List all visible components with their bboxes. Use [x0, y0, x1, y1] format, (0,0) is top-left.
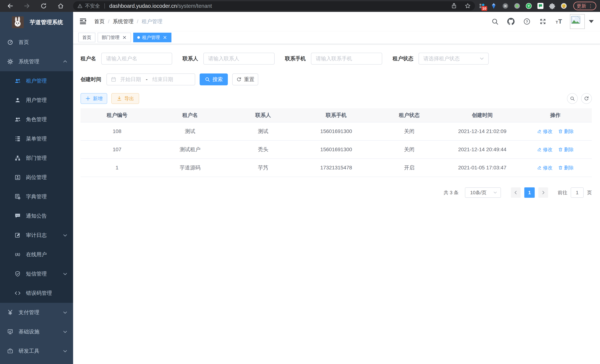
delete-link[interactable]: 删除 — [558, 128, 574, 135]
sidebar-item-通知公告[interactable]: 通知公告 — [0, 206, 73, 226]
filter-row-2: 创建时间 开始日期 - 结束日期 搜索 重置 — [81, 74, 592, 85]
date-start-placeholder[interactable]: 开始日期 — [120, 76, 141, 83]
avatar-extension-icon[interactable] — [561, 3, 567, 9]
cell-mobile: 15601691300 — [300, 128, 373, 134]
calendar-icon — [111, 76, 116, 82]
sidebar-item-岗位管理[interactable]: 岗位管理 — [0, 168, 73, 187]
sidebar-item-错误码管理[interactable]: 错误码管理 — [0, 283, 73, 303]
user-avatar[interactable] — [570, 14, 585, 29]
goto-page-input[interactable] — [571, 187, 584, 198]
租户名-input[interactable] — [102, 53, 172, 64]
sidebar-item-基础设施[interactable]: 基础设施 — [0, 322, 73, 341]
browser-forward-icon[interactable] — [23, 2, 30, 9]
search-button[interactable]: 搜索 — [200, 74, 228, 85]
sidebar-item-系统管理[interactable]: 系统管理 — [0, 52, 73, 71]
app-logo[interactable]: 芋道管理系统 — [0, 12, 73, 33]
current-page-button[interactable]: 1 — [524, 187, 535, 198]
edit-link[interactable]: 修改 — [537, 146, 553, 153]
tab-首页[interactable]: 首页 — [78, 33, 95, 42]
prev-page-button[interactable] — [511, 187, 521, 198]
sidebar-item-短信管理[interactable]: 短信管理 — [0, 264, 73, 283]
sidebar-fold-icon[interactable] — [79, 17, 87, 26]
security-warning-icon[interactable] — [77, 3, 83, 9]
edit-link[interactable]: 修改 — [537, 128, 553, 135]
sidebar-item-在线用户[interactable]: 在线用户 — [0, 245, 73, 264]
cell-created: 2021-12-14 20:49:44 — [446, 147, 519, 152]
font-size-icon[interactable]: TT — [555, 18, 562, 25]
sidebar-item-菜单管理[interactable]: 菜单管理 — [0, 129, 73, 149]
sidebar-item-首页[interactable]: 首页 — [0, 33, 73, 52]
sidebar-item-label: 岗位管理 — [26, 174, 47, 181]
yuque-extension-icon[interactable]: Y — [525, 3, 532, 9]
help-icon[interactable]: ? — [523, 18, 531, 25]
tab-部门管理[interactable]: 部门管理 — [98, 33, 131, 42]
active-tab-dot — [137, 36, 140, 39]
breadcrumb-item-首页[interactable]: 首页 — [94, 18, 105, 25]
sidebar-item-租户管理[interactable]: 租户管理 — [0, 71, 73, 91]
toggle-search-button[interactable] — [567, 93, 578, 104]
cell-mobile: 17321315478 — [300, 165, 373, 171]
column-header-联系手机: 联系手机 — [300, 112, 373, 119]
sidebar-item-字典管理[interactable]: 字典管理 — [0, 187, 73, 206]
user-icon — [14, 97, 21, 103]
tab-close-icon[interactable] — [122, 35, 127, 40]
sidebar-item-部门管理[interactable]: 部门管理 — [0, 149, 73, 168]
browser-update-button[interactable]: 更新 ⋮ — [573, 2, 596, 10]
sidebar-item-研发工具[interactable]: 研发工具 — [0, 341, 73, 361]
sidebar-item-用户管理[interactable]: 用户管理 — [0, 91, 73, 110]
column-header-创建时间: 创建时间 — [446, 112, 519, 119]
log-icon — [14, 232, 21, 238]
download-icon — [116, 96, 122, 101]
page-size-select[interactable]: 10条/页 — [465, 187, 501, 198]
gear-icon — [7, 58, 13, 65]
edit-link[interactable]: 修改 — [537, 165, 553, 171]
sidebar-item-支付管理[interactable]: 支付管理 — [0, 303, 73, 322]
refresh-table-button[interactable] — [581, 93, 592, 104]
delete-link[interactable]: 删除 — [558, 146, 574, 153]
table-row: 107测试租户秃头15601691300关闭2021-12-14 20:49:4… — [81, 141, 592, 159]
sidebar-item-角色管理[interactable]: 角色管理 — [0, 110, 73, 129]
export-button[interactable]: 导出 — [111, 93, 139, 104]
magnifier-icon — [570, 96, 575, 101]
date-filter-label: 创建时间 — [81, 76, 101, 83]
bookmark-star-icon[interactable] — [465, 3, 471, 9]
tab-租户管理[interactable]: 租户管理 — [133, 33, 171, 42]
next-page-button[interactable] — [538, 187, 548, 198]
avatar-dropdown-caret-icon[interactable] — [589, 20, 594, 23]
filter-select-租户状态[interactable]: 请选择租户状态 — [419, 53, 489, 65]
omnibox-divider — [104, 3, 105, 9]
browser-menu-dots-icon[interactable]: ⋮ — [588, 3, 593, 9]
chevron-down-icon — [63, 349, 67, 354]
pay-icon — [7, 309, 13, 316]
browser-home-icon[interactable] — [57, 2, 64, 9]
sidebar-item-label: 首页 — [19, 39, 29, 46]
breadcrumb-item-系统管理[interactable]: 系统管理 — [113, 18, 134, 25]
record-extension-icon[interactable] — [514, 3, 520, 9]
browser-reload-icon[interactable] — [40, 2, 47, 9]
date-end-placeholder[interactable]: 结束日期 — [152, 76, 173, 83]
share-icon[interactable] — [451, 3, 457, 9]
kite-extension-icon[interactable] — [490, 3, 497, 9]
navbar: 首页/系统管理/租户管理 ?TT — [73, 12, 600, 31]
add-button[interactable]: 新增 — [81, 93, 107, 104]
sidebar-item-审计日志[interactable]: 审计日志 — [0, 226, 73, 245]
github-icon[interactable] — [507, 18, 515, 25]
delete-link[interactable]: 删除 — [558, 165, 574, 171]
date-range-picker[interactable]: 开始日期 - 结束日期 — [106, 74, 195, 85]
command-extension-icon[interactable]: ⌘ — [502, 3, 509, 9]
sidebar-item-label: 审计日志 — [26, 232, 47, 239]
联系人-input[interactable] — [204, 53, 274, 64]
address-bar[interactable]: 不安全 dashboard.yudao.iocoder.cn/system/te… — [73, 1, 475, 10]
grid-extension-icon[interactable]: 10 — [479, 3, 485, 9]
chat-extension-icon[interactable] — [537, 3, 544, 9]
edit-pencil-icon — [537, 129, 542, 134]
column-header-租户状态: 租户状态 — [373, 112, 446, 119]
fullscreen-icon[interactable] — [539, 18, 547, 25]
search-icon[interactable] — [491, 18, 499, 25]
puzzle-extension-icon[interactable] — [549, 3, 555, 9]
browser-back-icon[interactable] — [7, 2, 14, 9]
reset-button[interactable]: 重置 — [232, 74, 258, 85]
url-text[interactable]: dashboard.yudao.iocoder.cn/system/tenant — [109, 3, 212, 9]
联系手机-input[interactable] — [311, 53, 382, 64]
tab-close-icon[interactable] — [162, 35, 167, 40]
